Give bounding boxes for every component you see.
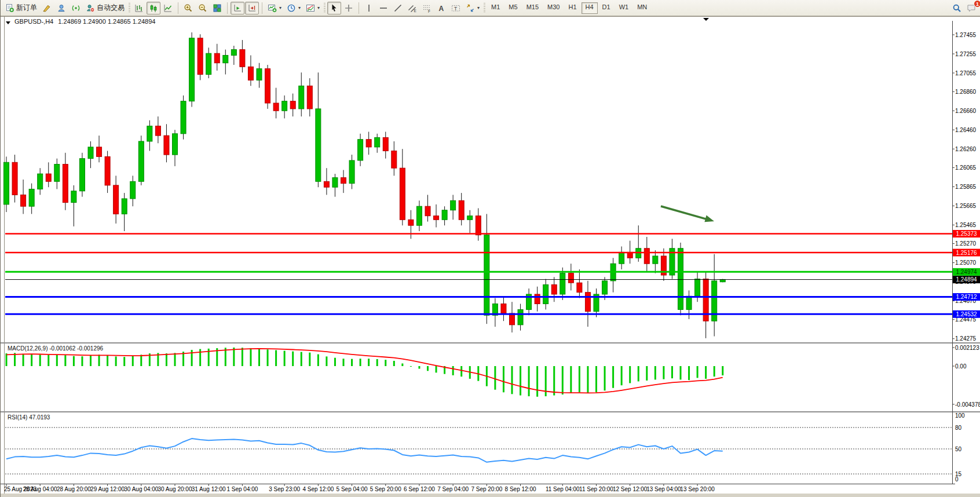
candlestick-chart-button[interactable] — [147, 2, 160, 14]
text-icon: A — [437, 3, 446, 13]
crosshair-button[interactable] — [342, 2, 356, 14]
line-chart-icon — [163, 3, 173, 13]
macd-histogram-bar — [267, 349, 269, 366]
timeframe-H4[interactable]: H4 — [582, 2, 598, 14]
macd-histogram-bar — [612, 366, 614, 388]
rsi-indicator-label: RSI(14) 47.0193 — [8, 414, 50, 421]
status-strip — [1, 494, 980, 497]
svg-text:A: A — [439, 4, 444, 12]
macd-histogram-bar — [385, 360, 386, 366]
macd-histogram-bar — [73, 356, 75, 366]
zoom-in-icon — [184, 3, 193, 13]
svg-text:1.24974: 1.24974 — [956, 269, 977, 275]
horizontal-line-button[interactable] — [376, 2, 390, 14]
expert-advisors-button[interactable] — [54, 2, 68, 14]
svg-text:12 Sep 12:00: 12 Sep 12:00 — [613, 486, 648, 492]
periods-button[interactable]: ▾ — [284, 2, 303, 14]
macd-histogram-bar — [343, 359, 345, 366]
macd-histogram-bar — [646, 366, 648, 381]
timeframe-H1[interactable]: H1 — [564, 2, 580, 14]
macd-histogram-bar — [115, 356, 117, 366]
autotrading-button[interactable]: 自动交易 — [83, 2, 127, 14]
text-label-button[interactable]: T — [449, 2, 463, 14]
arrows-button[interactable]: ▾ — [463, 2, 482, 14]
equidistant-channel-button[interactable]: E — [405, 2, 419, 14]
macd-histogram-bar — [47, 355, 49, 366]
svg-text:0.00: 0.00 — [955, 363, 967, 370]
svg-text:1.26460: 1.26460 — [955, 127, 977, 133]
macd-histogram-bar — [23, 354, 24, 366]
chevron-down-icon: ▾ — [279, 5, 281, 10]
cursor-button[interactable] — [327, 2, 341, 14]
text-label-icon: T — [451, 3, 460, 13]
chart-shift-button[interactable] — [245, 2, 259, 14]
macd-histogram-bar — [81, 356, 83, 366]
timeframe-M30[interactable]: M30 — [543, 2, 564, 14]
svg-text:1.27055: 1.27055 — [955, 70, 977, 76]
bar-chart-button[interactable] — [132, 2, 146, 14]
new-order-icon — [5, 3, 14, 13]
vertical-line-button[interactable] — [362, 2, 376, 14]
svg-text:13 Sep 20:00: 13 Sep 20:00 — [680, 486, 715, 492]
svg-text:1.24532: 1.24532 — [956, 311, 977, 317]
macd-histogram-bar — [250, 348, 251, 366]
channel-icon: E — [408, 3, 417, 13]
timeframe-W1[interactable]: W1 — [615, 2, 633, 14]
svg-text:T: T — [454, 5, 457, 11]
svg-text:1.25176: 1.25176 — [956, 250, 977, 256]
macd-histogram-bar — [64, 355, 66, 366]
text-button[interactable]: A — [434, 2, 448, 14]
chart-symbol-period: GBPUSD-,H4 — [14, 18, 53, 25]
svg-text:29 Aug 12:00: 29 Aug 12:00 — [90, 486, 125, 492]
svg-text:5 Sep 20:00: 5 Sep 20:00 — [370, 486, 401, 492]
svg-text:1.24275: 1.24275 — [955, 335, 977, 342]
notifications-button[interactable]: 1 — [964, 2, 978, 14]
svg-text:1.25070: 1.25070 — [955, 260, 977, 266]
toolbar-separator — [178, 2, 178, 14]
macd-histogram-bar — [570, 366, 572, 393]
svg-text:3 Sep 23:00: 3 Sep 23:00 — [269, 486, 300, 492]
macd-histogram-bar — [553, 366, 555, 396]
macd-histogram-bar — [494, 366, 496, 390]
search-button[interactable] — [950, 2, 964, 14]
macd-histogram-bar — [511, 366, 513, 394]
crosshair-icon — [344, 3, 353, 13]
timeframe-M1[interactable]: M1 — [487, 2, 504, 14]
auto-scroll-button[interactable] — [231, 2, 244, 14]
svg-text:11 Sep 04:00: 11 Sep 04:00 — [546, 486, 580, 492]
macd-histogram-bar — [579, 366, 580, 392]
svg-text:100: 100 — [955, 412, 965, 419]
svg-text:5 Sep 04:00: 5 Sep 04:00 — [337, 486, 368, 492]
zoom-in-button[interactable] — [181, 2, 195, 14]
svg-text:F: F — [428, 9, 430, 13]
svg-text:1.25373: 1.25373 — [956, 231, 977, 237]
chart-canvas[interactable]: 1.274551.272551.270551.268601.266601.264… — [1, 16, 980, 497]
trendline-button[interactable] — [391, 2, 405, 14]
new-chart-button[interactable]: ▾ — [265, 2, 284, 14]
svg-text:30 Aug 04:00: 30 Aug 04:00 — [124, 486, 158, 492]
fibonacci-button[interactable]: F — [420, 2, 434, 14]
line-chart-button[interactable] — [161, 2, 175, 14]
timeframe-toolbar: M1M5M15M30H1H4D1W1MN — [487, 2, 651, 14]
svg-text:1.25665: 1.25665 — [955, 203, 977, 209]
zoom-out-button[interactable] — [196, 2, 210, 14]
tile-windows-icon — [213, 3, 222, 13]
timeframe-M15[interactable]: M15 — [522, 2, 543, 14]
svg-text:1.25465: 1.25465 — [955, 222, 977, 228]
signals-button[interactable] — [69, 2, 83, 14]
toolbar-grip — [324, 3, 326, 13]
timeframe-MN[interactable]: MN — [633, 2, 651, 14]
new-order-button[interactable]: 新订单 — [3, 2, 39, 14]
svg-text:1.26660: 1.26660 — [955, 108, 977, 114]
indicators-button[interactable]: ▾ — [303, 2, 322, 14]
styler-button[interactable] — [40, 2, 54, 14]
zoom-out-icon — [198, 3, 207, 13]
new-order-button-label: 新订单 — [16, 3, 37, 13]
svg-text:6 Sep 12:00: 6 Sep 12:00 — [404, 486, 435, 492]
tile-windows-button[interactable] — [210, 2, 224, 14]
timeframe-M5[interactable]: M5 — [504, 2, 521, 14]
svg-text:28 Aug 20:00: 28 Aug 20:00 — [57, 486, 91, 492]
svg-text:8 Sep 12:00: 8 Sep 12:00 — [505, 486, 536, 492]
macd-histogram-bar — [460, 366, 462, 377]
timeframe-D1[interactable]: D1 — [598, 2, 615, 14]
